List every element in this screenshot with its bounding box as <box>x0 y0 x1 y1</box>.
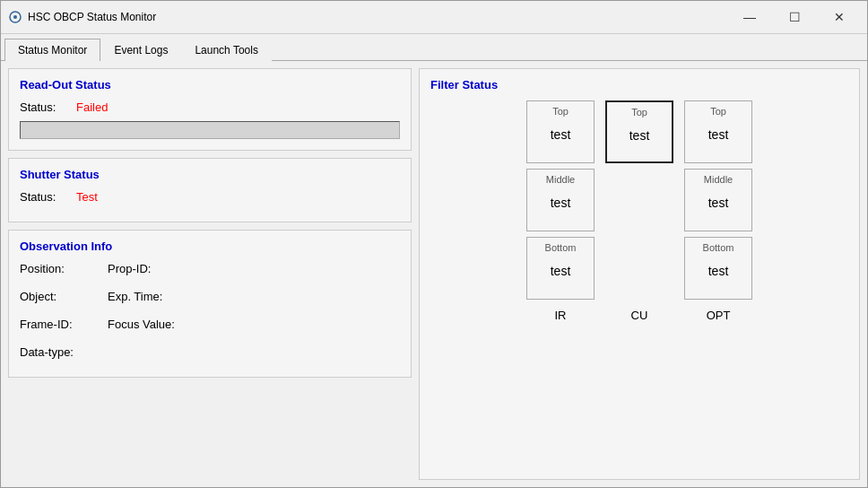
exp-time-row: Exp. Time: <box>108 290 182 303</box>
filter-cell-CU-top: Top test <box>605 100 673 163</box>
filter-OPT-top-label: Top <box>710 106 726 117</box>
data-type-row: Data-type: <box>20 345 81 359</box>
app-window: HSC OBCP Status Monitor — ☐ ✕ Status Mon… <box>0 0 868 488</box>
observation-info-section: Observation Info Position: Object: Frame… <box>8 230 412 378</box>
filter-OPT-top-value: test <box>708 127 729 142</box>
shutter-status-label: Status: <box>20 190 69 204</box>
readout-status-title: Read-Out Status <box>20 78 400 92</box>
readout-status-row: Status: Failed <box>20 100 400 114</box>
filter-IR-bottom-label: Bottom <box>545 242 577 253</box>
filter-CU-col-label: CU <box>631 309 648 322</box>
focus-value-label: Focus Value: <box>108 318 175 331</box>
filter-CU-top-label: Top <box>631 107 647 118</box>
tab-bar: Status Monitor Event Logs Launch Tools <box>1 34 867 61</box>
app-icon <box>8 10 22 24</box>
filter-column-CU: Top test CU <box>605 100 673 322</box>
filter-IR-col-label: IR <box>555 309 567 322</box>
left-panel: Read-Out Status Status: Failed Shutter S… <box>8 68 412 480</box>
minimize-button[interactable]: — <box>729 6 770 28</box>
filter-cell-OPT-middle: Middle test <box>684 169 752 231</box>
filter-IR-bottom-value: test <box>551 264 571 278</box>
filter-IR-top-value: test <box>551 127 571 142</box>
tab-launch-tools[interactable]: Launch Tools <box>181 39 272 61</box>
prop-id-row: Prop-ID: <box>108 262 182 275</box>
frame-id-row: Frame-ID: <box>20 318 81 331</box>
filter-OPT-bottom-label: Bottom <box>703 242 734 253</box>
filter-column-OPT: Top test Middle test Bottom test OPT <box>684 100 752 322</box>
filter-CU-top-value: test <box>629 128 650 143</box>
filter-IR-middle-value: test <box>551 196 571 210</box>
filter-column-IR: Top test Middle test Bottom test IR <box>526 100 595 322</box>
position-row: Position: <box>20 262 81 275</box>
exp-time-label: Exp. Time: <box>108 290 162 303</box>
title-bar: HSC OBCP Status Monitor — ☐ ✕ <box>1 1 867 34</box>
filter-OPT-bottom-value: test <box>708 264 729 278</box>
frame-id-label: Frame-ID: <box>20 318 73 331</box>
filter-OPT-middle-label: Middle <box>704 174 733 185</box>
filter-IR-top-label: Top <box>552 106 569 117</box>
readout-status-label: Status: <box>20 100 69 114</box>
svg-point-1 <box>13 15 17 19</box>
filter-cell-CU-middle <box>605 169 673 231</box>
close-button[interactable]: ✕ <box>819 6 860 28</box>
maximize-button[interactable]: ☐ <box>774 6 815 28</box>
filter-cell-OPT-top: Top test <box>684 100 752 163</box>
filter-cell-IR-bottom: Bottom test <box>526 237 595 300</box>
readout-status-section: Read-Out Status Status: Failed <box>8 68 412 151</box>
tab-status-monitor[interactable]: Status Monitor <box>4 39 100 61</box>
shutter-status-row: Status: Test <box>20 190 400 204</box>
filter-OPT-middle-value: test <box>708 196 729 210</box>
main-content: Read-Out Status Status: Failed Shutter S… <box>1 61 867 487</box>
filter-cell-IR-middle: Middle test <box>526 169 595 231</box>
filter-OPT-col-label: OPT <box>707 309 731 322</box>
tab-event-logs[interactable]: Event Logs <box>100 39 181 61</box>
window-title: HSC OBCP Status Monitor <box>28 11 729 23</box>
filter-cell-CU-bottom <box>605 237 673 300</box>
readout-status-value: Failed <box>76 100 108 114</box>
object-row: Object: <box>20 290 81 303</box>
shutter-status-value: Test <box>76 190 98 204</box>
prop-id-label: Prop-ID: <box>108 262 151 275</box>
observation-info-title: Observation Info <box>20 240 400 253</box>
position-label: Position: <box>20 262 65 275</box>
focus-value-row: Focus Value: <box>108 318 182 331</box>
filter-status-title: Filter Status <box>430 78 848 92</box>
shutter-status-section: Shutter Status Status: Test <box>8 158 412 222</box>
filter-columns-container: Top test Middle test Bottom test IR <box>430 100 848 322</box>
window-controls: — ☐ ✕ <box>729 6 860 28</box>
data-type-label: Data-type: <box>20 345 74 359</box>
object-label: Object: <box>20 290 56 303</box>
filter-cell-IR-top: Top test <box>526 100 595 163</box>
filter-IR-middle-label: Middle <box>546 174 575 185</box>
filter-status-section: Filter Status Top test Middle test Botto… <box>419 68 860 480</box>
shutter-status-title: Shutter Status <box>20 168 400 181</box>
filter-cell-OPT-bottom: Bottom test <box>684 237 752 300</box>
readout-progress-bar <box>20 121 400 139</box>
